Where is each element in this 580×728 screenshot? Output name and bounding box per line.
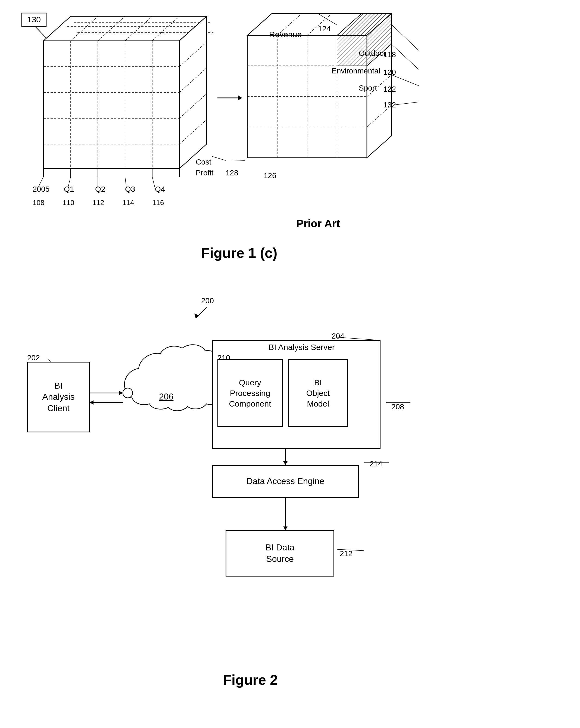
figure1-container: 130	[11, 8, 571, 253]
ref-108: 108	[33, 199, 44, 207]
query-processing-label: Query Processing Component	[229, 377, 271, 409]
bi-client-box: BI Analysis Client	[27, 362, 90, 433]
ref-128: 128	[226, 168, 238, 177]
ref-202: 202	[27, 354, 40, 362]
ref-212: 212	[340, 549, 353, 558]
ref-124: 124	[318, 24, 331, 33]
svg-marker-82	[283, 526, 287, 530]
svg-marker-13	[44, 16, 206, 41]
q1-label: Q1	[64, 185, 74, 193]
figure1-svg: 130	[11, 8, 571, 266]
data-access-engine-label: Data Access Engine	[247, 476, 324, 487]
svg-marker-80	[283, 461, 287, 465]
sport-label: Sport	[359, 84, 377, 93]
ref-132: 132	[383, 101, 396, 109]
ref-112: 112	[92, 199, 104, 207]
svg-marker-28	[238, 95, 242, 101]
ref-116: 116	[152, 199, 164, 207]
figure2-container: 200 BI Analysis Client 202 206 BI Analys…	[11, 286, 571, 707]
ref-122: 122	[383, 85, 396, 94]
svg-marker-22	[179, 16, 206, 168]
svg-line-55	[212, 156, 226, 160]
svg-point-70	[123, 388, 133, 398]
profit-label: Profit	[196, 168, 213, 177]
ref-120: 120	[383, 68, 396, 77]
svg-line-67	[152, 177, 155, 188]
bi-data-source-box: BI Data Source	[226, 530, 334, 576]
page: 130	[0, 0, 580, 728]
ref-126: 126	[264, 171, 276, 180]
bi-server-label: BI Analysis Server	[223, 343, 381, 352]
svg-marker-74	[90, 400, 93, 405]
ref-110: 110	[62, 199, 74, 207]
data-access-engine-box: Data Access Engine	[212, 465, 359, 498]
environmental-label: Environmental	[332, 67, 380, 75]
bi-client-label: BI Analysis Client	[42, 380, 75, 414]
ref-114: 114	[122, 199, 134, 207]
ref-206: 206	[159, 392, 173, 402]
bi-data-source-label: BI Data Source	[266, 542, 295, 565]
outdoor-label: Outdoor	[359, 49, 386, 58]
svg-line-51	[391, 24, 419, 50]
ref-200: 200	[201, 296, 214, 305]
prior-art-label: Prior Art	[296, 217, 340, 230]
svg-text:130: 130	[27, 15, 41, 24]
q3-label: Q3	[125, 185, 135, 193]
ref-208: 208	[391, 402, 404, 411]
q4-label: Q4	[155, 185, 165, 193]
svg-marker-72	[119, 391, 123, 395]
svg-line-68	[196, 307, 206, 318]
cost-label: Cost	[196, 158, 212, 166]
q2-label: Q2	[95, 185, 105, 193]
ref-204: 204	[332, 332, 344, 340]
svg-marker-69	[194, 314, 199, 318]
bi-object-model-label: BI Object Model	[306, 377, 330, 409]
ref-214: 214	[370, 460, 382, 468]
figure1-caption: Figure 1 (c)	[201, 245, 277, 261]
revenue-label: Revenue	[269, 30, 302, 39]
svg-rect-4	[44, 41, 179, 168]
query-processing-box: Query Processing Component	[217, 359, 283, 427]
year-2005-label: 2005	[33, 185, 50, 193]
svg-line-56	[231, 160, 245, 160]
figure2-caption: Figure 2	[223, 672, 278, 688]
bi-object-model-box: BI Object Model	[288, 359, 348, 427]
